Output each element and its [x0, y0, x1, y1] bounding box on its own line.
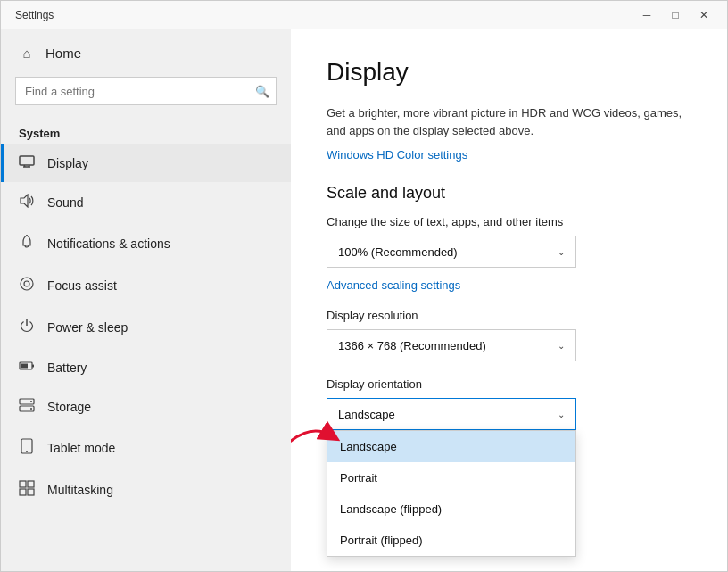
window-title: Settings — [15, 9, 54, 21]
sidebar-item-sound[interactable]: Sound — [1, 182, 291, 222]
tablet-icon — [19, 438, 35, 457]
orientation-label: Display orientation — [327, 377, 691, 391]
svg-point-6 — [21, 278, 33, 290]
sidebar-item-power[interactable]: Power & sleep — [1, 306, 291, 348]
sidebar-item-sound-label: Sound — [47, 195, 83, 210]
sidebar-item-storage[interactable]: Storage — [1, 386, 291, 427]
hdr-description: Get a brighter, more vibrant picture in … — [327, 104, 691, 139]
svg-rect-20 — [28, 489, 34, 495]
scale-dropdown-value: 100% (Recommended) — [338, 245, 458, 259]
orientation-option-portrait-flipped[interactable]: Portrait (flipped) — [327, 525, 575, 556]
orientation-section: Display orientation Landscape — [327, 377, 691, 430]
title-bar: Settings ─ □ ✕ — [1, 1, 727, 29]
sidebar-section-label: System — [1, 120, 291, 144]
home-icon: ⌂ — [19, 46, 35, 61]
advanced-link-container: Advanced scaling settings — [327, 277, 691, 293]
main-content: Display Get a brighter, more vibrant pic… — [291, 29, 727, 571]
resolution-dropdown[interactable]: 1366 × 768 (Recommended) ⌄ — [327, 329, 576, 361]
svg-rect-17 — [20, 481, 26, 487]
orientation-option-portrait[interactable]: Portrait — [327, 462, 575, 493]
orientation-dropdown-arrow: ⌄ — [558, 410, 565, 419]
power-icon — [19, 318, 35, 336]
sidebar-item-multitasking-label: Multitasking — [47, 483, 113, 497]
sidebar-item-multitasking[interactable]: Multitasking — [1, 468, 291, 510]
scale-label: Change the size of text, apps, and other… — [327, 215, 691, 228]
sidebar-item-focus-label: Focus assist — [47, 278, 117, 293]
sidebar-item-focus[interactable]: Focus assist — [1, 264, 291, 306]
search-input[interactable] — [15, 77, 277, 105]
maximize-button[interactable]: □ — [663, 5, 688, 25]
svg-rect-10 — [32, 365, 34, 368]
sidebar-item-notifications[interactable]: Notifications & actions — [1, 222, 291, 264]
notifications-icon — [19, 234, 35, 253]
sidebar-item-battery-label: Battery — [47, 361, 87, 375]
display-icon — [19, 155, 35, 170]
orientation-dropdown-open: Landscape ⌄ Landscape Portrait Landscape… — [327, 398, 691, 430]
scale-dropdown[interactable]: 100% (Recommended) ⌄ — [327, 236, 576, 268]
scale-section-title: Scale and layout — [327, 184, 691, 203]
orientation-option-landscape-flipped[interactable]: Landscape (flipped) — [327, 493, 575, 525]
svg-rect-0 — [20, 156, 34, 165]
search-box: 🔍 — [15, 77, 277, 105]
sidebar-item-display[interactable]: Display — [1, 144, 291, 182]
sidebar-home-label: Home — [46, 46, 81, 61]
orientation-dropdown[interactable]: Landscape ⌄ — [327, 398, 576, 430]
focus-icon — [19, 276, 35, 294]
svg-rect-9 — [21, 364, 28, 369]
sidebar: ⌂ Home 🔍 System Display — [1, 29, 291, 571]
sidebar-item-battery[interactable]: Battery — [1, 348, 291, 386]
page-title: Display — [327, 58, 691, 87]
svg-point-7 — [24, 281, 29, 286]
multitasking-icon — [19, 480, 35, 499]
content-area: ⌂ Home 🔍 System Display — [1, 29, 727, 571]
orientation-dropdown-value: Landscape — [338, 408, 395, 421]
hdr-color-link[interactable]: Windows HD Color settings — [327, 148, 467, 162]
sidebar-item-display-label: Display — [47, 156, 88, 170]
svg-rect-19 — [20, 489, 26, 495]
scale-dropdown-arrow: ⌄ — [558, 247, 565, 257]
svg-point-16 — [26, 451, 28, 452]
orientation-dropdown-menu: Landscape Portrait Landscape (flipped) P… — [327, 430, 576, 557]
svg-marker-4 — [21, 195, 28, 207]
sidebar-home-item[interactable]: ⌂ Home — [1, 29, 291, 77]
orientation-option-landscape[interactable]: Landscape — [327, 431, 575, 462]
battery-icon — [19, 360, 35, 375]
storage-icon — [19, 398, 35, 415]
svg-rect-18 — [28, 481, 34, 487]
sidebar-item-tablet[interactable]: Tablet mode — [1, 427, 291, 468]
sound-icon — [19, 194, 35, 211]
resolution-dropdown-value: 1366 × 768 (Recommended) — [338, 339, 486, 352]
sidebar-item-storage-label: Storage — [47, 400, 91, 414]
svg-point-13 — [30, 401, 32, 402]
close-button[interactable]: ✕ — [691, 5, 716, 25]
advanced-scaling-link[interactable]: Advanced scaling settings — [327, 278, 460, 292]
resolution-dropdown-arrow: ⌄ — [558, 341, 565, 351]
settings-window: Settings ─ □ ✕ ⌂ Home 🔍 System — [0, 0, 728, 572]
window-controls: ─ □ ✕ — [634, 5, 716, 25]
sidebar-item-notifications-label: Notifications & actions — [47, 236, 170, 251]
search-icon: 🔍 — [255, 85, 269, 98]
resolution-label: Display resolution — [327, 309, 691, 322]
svg-point-14 — [30, 408, 32, 410]
minimize-button[interactable]: ─ — [634, 5, 659, 25]
sidebar-item-power-label: Power & sleep — [47, 320, 128, 335]
sidebar-item-tablet-label: Tablet mode — [47, 441, 115, 455]
